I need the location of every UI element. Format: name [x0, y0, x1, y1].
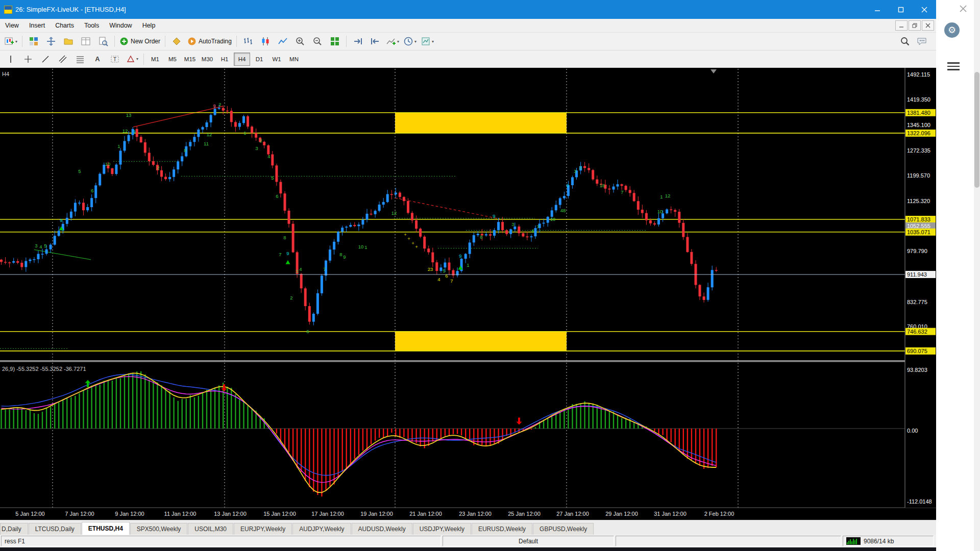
cursor-icon [6, 55, 15, 64]
chart-tab-eurusd-weekly[interactable]: EURUSD,Weekly [472, 523, 532, 535]
zoom-in-button[interactable] [291, 34, 309, 48]
zoom-out-button[interactable] [309, 34, 326, 48]
menu-item-charts[interactable]: Charts [50, 19, 79, 32]
count-label: 8 [283, 235, 286, 240]
expert-advisor-button[interactable] [168, 34, 185, 48]
mdi-close-button[interactable] [922, 20, 934, 31]
price-axis-label: 1071.833 [907, 216, 930, 222]
chart-tab-d-daily[interactable]: D,Daily [0, 523, 28, 535]
channel-tool-button[interactable] [54, 52, 71, 66]
trendline-tool-button[interactable] [37, 52, 54, 66]
timeframe-button-m1[interactable]: M1 [147, 53, 163, 66]
highlight-zone[interactable] [395, 113, 567, 133]
chart-tab-spx500-weekly[interactable]: SPX500,Weekly [130, 523, 188, 535]
mdi-restore-button[interactable] [909, 20, 921, 31]
bar-chart-type-button[interactable] [239, 34, 257, 48]
osma-axis-label: 93.8203 [907, 367, 927, 373]
timeframe-button-w1[interactable]: W1 [268, 53, 285, 66]
timeframe-button-m15[interactable]: M15 [182, 53, 198, 66]
overlay-close-icon[interactable] [959, 4, 968, 13]
count-label: 9 [133, 129, 135, 134]
crosshair-tool-button[interactable] [19, 52, 37, 66]
candlestick-type-button[interactable] [257, 34, 274, 48]
periods-icon [403, 36, 413, 46]
shapes-tool-button[interactable]: ▾ [124, 52, 141, 66]
periods-button[interactable]: ▾ [401, 34, 419, 48]
text-tool-button[interactable]: A [89, 52, 106, 66]
profiles-button[interactable] [60, 34, 77, 48]
chart-tab-ltcusd-daily[interactable]: LTCUSD,Daily [29, 523, 81, 535]
timeframe-button-m5[interactable]: M5 [164, 53, 181, 66]
connection-bars-icon [846, 537, 861, 545]
cursor-tool-button[interactable] [2, 52, 19, 66]
count-label: 3 [579, 165, 581, 170]
time-axis-label: 17 Jan 12:00 [311, 511, 344, 517]
count-label: 5 [44, 243, 46, 248]
drawing-toolbar: A T ▾ M1M5M15M30H1H4D1W1MN [0, 51, 936, 68]
count-label: 6 [306, 329, 309, 334]
menu-item-tools[interactable]: Tools [79, 19, 104, 32]
label-tool-button[interactable]: T [106, 52, 124, 66]
menu-item-insert[interactable]: Insert [24, 19, 50, 32]
auto-scroll-button[interactable] [349, 34, 366, 48]
count-label: 12 [391, 210, 397, 216]
close-button[interactable] [913, 0, 936, 19]
count-label: 3 [255, 145, 258, 151]
count-label: 6 [531, 228, 534, 234]
panel-divider[interactable] [0, 360, 936, 362]
search-button[interactable] [896, 34, 914, 48]
count-label: 1 [364, 244, 367, 250]
settings-gear-button[interactable]: ⚙ [944, 22, 960, 38]
menu-item-view[interactable]: View [0, 19, 24, 32]
menu-item-window[interactable]: Window [104, 19, 137, 32]
line-chart-type-button[interactable] [274, 34, 291, 48]
minimize-button[interactable] [866, 0, 889, 19]
timeframe-button-h4[interactable]: H4 [234, 53, 250, 66]
highlight-zone[interactable] [395, 332, 567, 351]
minimize-icon [874, 7, 880, 13]
timeframe-button-d1[interactable]: D1 [251, 53, 267, 66]
community-button[interactable] [914, 34, 931, 48]
maximize-button[interactable] [889, 0, 913, 19]
indicators-icon [386, 36, 396, 46]
osma-axis-label: 0.00 [907, 428, 918, 434]
chart-tab-audjpy-weekly[interactable]: AUDJPY,Weekly [292, 523, 351, 535]
fibonacci-tool-button[interactable] [71, 52, 89, 66]
chart-shift-button[interactable] [366, 34, 384, 48]
count-label: 9 [343, 254, 346, 260]
page-scrollbar[interactable] [974, 0, 980, 551]
templates-button[interactable]: ▾ [419, 34, 436, 48]
symbols-button[interactable] [25, 34, 42, 48]
price-chart-svg[interactable]: 3459561011213928111292132456789234678910… [0, 68, 936, 520]
timeframe-button-mn[interactable]: MN [286, 53, 302, 66]
new-chart-button[interactable]: ▾ [2, 34, 19, 48]
status-profile[interactable]: Default [443, 536, 614, 546]
menu-item-help[interactable]: Help [137, 19, 161, 32]
chart-tab-gbpusd-weekly[interactable]: GBPUSD,Weekly [533, 523, 594, 535]
count-label: 7 [536, 224, 539, 230]
hamburger-menu-button[interactable] [947, 60, 960, 72]
new-order-button[interactable]: New Order [117, 34, 162, 48]
timeframe-button-h1[interactable]: H1 [216, 53, 233, 66]
chart-tab-eurjpy-weekly[interactable]: EURJPY,Weekly [234, 523, 292, 535]
autotrading-button[interactable]: AutoTrading [185, 34, 234, 48]
chart-area[interactable]: 3459561011213928111292132456789234678910… [0, 68, 936, 520]
window-title: 26: SimpleFX-LiveUK - [ETHUSD,H4] [15, 6, 126, 13]
status-connection[interactable]: 9086/14 kb [843, 536, 934, 546]
chart-tab-usoil-m30[interactable]: USOIL,M30 [188, 523, 233, 535]
indicators-button[interactable]: ▾ [384, 34, 401, 48]
toolbar-separator [143, 54, 144, 65]
chart-tab-ethusd-h4[interactable]: ETHUSD,H4 [82, 522, 130, 535]
data-window-button[interactable] [77, 34, 94, 48]
chart-tab-usdjpy-weekly[interactable]: USDJPY,Weekly [413, 523, 471, 535]
market-watch-button[interactable] [42, 34, 60, 48]
chart-tab-audusd-weekly[interactable]: AUDUSD,Weekly [352, 523, 412, 535]
count-label: 7 [450, 278, 453, 284]
price-axis-label: 1345.100 [907, 122, 930, 128]
autotrading-label: AutoTrading [199, 38, 232, 45]
navigator-button[interactable] [94, 34, 112, 48]
timeframe-button-m30[interactable]: M30 [199, 53, 215, 66]
tile-windows-button[interactable] [326, 34, 344, 48]
mdi-minimize-button[interactable] [895, 20, 908, 31]
scrollbar-thumb[interactable] [974, 72, 979, 188]
